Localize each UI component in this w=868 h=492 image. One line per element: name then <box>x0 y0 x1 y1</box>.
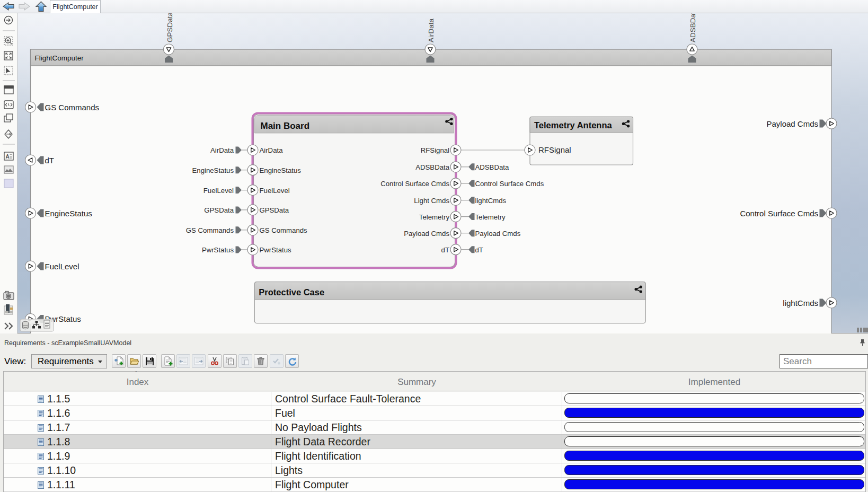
svg-text:Telemetry Antenna: Telemetry Antenna <box>534 120 613 130</box>
svg-text:GPSData: GPSData <box>166 13 174 42</box>
svg-text:ADSBDat: ADSBDat <box>689 13 697 42</box>
svg-text:GPSData: GPSData <box>204 206 234 214</box>
svg-text:AirData: AirData <box>210 146 234 154</box>
svg-text:GS Commands: GS Commands <box>45 103 100 112</box>
svg-text:PwrStatus: PwrStatus <box>260 246 292 254</box>
svg-text:FuelLevel: FuelLevel <box>45 262 79 271</box>
svg-text:AirData: AirData <box>260 146 284 154</box>
svg-text:FuelLevel: FuelLevel <box>260 187 290 195</box>
svg-text:A: A <box>6 154 10 160</box>
svg-text:Payload Cmds: Payload Cmds <box>404 230 449 238</box>
svg-text:EngineStatus: EngineStatus <box>45 209 92 218</box>
svg-text:Payload Cmds: Payload Cmds <box>475 230 521 238</box>
svg-text:RFSignal: RFSignal <box>421 146 449 154</box>
svg-text:Main Board: Main Board <box>261 121 310 131</box>
svg-text:AirData: AirData <box>427 18 435 42</box>
svg-text:EngineStatus: EngineStatus <box>260 166 302 174</box>
svg-text:Telemetry: Telemetry <box>475 213 506 221</box>
svg-text:lightCmds: lightCmds <box>783 298 818 308</box>
svg-text:Control Surface Cmds: Control Surface Cmds <box>740 209 818 218</box>
svg-text:lightCmds: lightCmds <box>475 197 507 205</box>
svg-text:Telemetry: Telemetry <box>419 213 450 221</box>
svg-text:Control Surface Cmds: Control Surface Cmds <box>380 180 449 188</box>
svg-text:GS Commands: GS Commands <box>260 226 308 234</box>
svg-text:dT: dT <box>441 246 449 254</box>
svg-text:FlightComputer: FlightComputer <box>35 54 84 62</box>
svg-text:GS Commands: GS Commands <box>186 226 234 234</box>
svg-text:dT: dT <box>475 246 483 254</box>
svg-text:ADSBData: ADSBData <box>415 163 449 171</box>
svg-text:dT: dT <box>45 156 55 165</box>
svg-text:FuelLevel: FuelLevel <box>203 187 234 195</box>
svg-text:EngineStatus: EngineStatus <box>192 166 234 174</box>
svg-text:Light Cmds: Light Cmds <box>414 197 449 205</box>
svg-text:ADSBData: ADSBData <box>475 163 509 171</box>
svg-text:GPSData: GPSData <box>260 206 289 214</box>
svg-text:Control Surface Cmds: Control Surface Cmds <box>475 180 544 188</box>
svg-text:Payload Cmds: Payload Cmds <box>766 119 818 128</box>
svg-text:Protective Case: Protective Case <box>259 287 324 297</box>
svg-text:PwrStatus: PwrStatus <box>202 246 234 254</box>
svg-text:RFSignal: RFSignal <box>538 145 571 154</box>
